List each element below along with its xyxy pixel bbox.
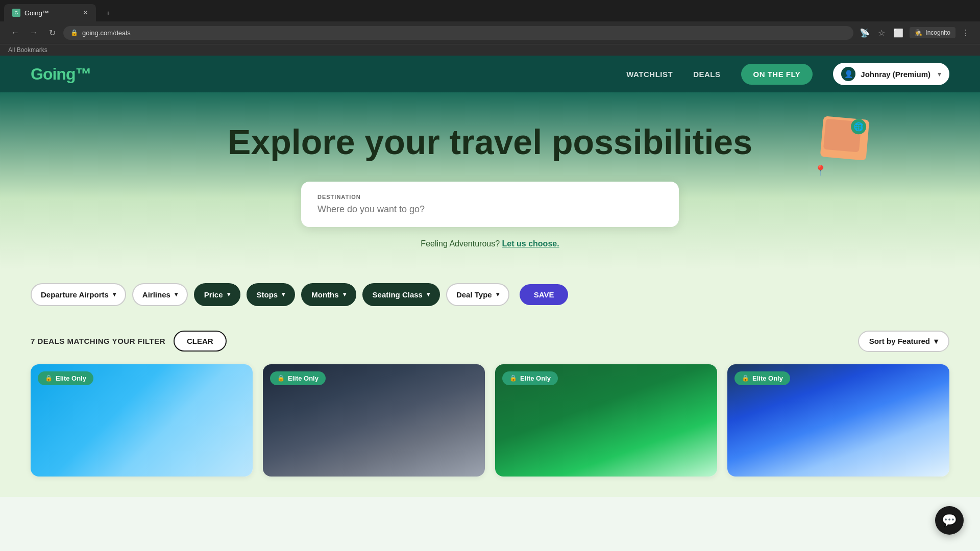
nav-user-menu[interactable]: 👤 Johnray (Premium) ▾ [833, 63, 949, 85]
price-filter[interactable]: Price ▾ [194, 283, 240, 306]
tab-title: Going™ [24, 9, 49, 17]
forward-button[interactable]: → [27, 26, 41, 40]
browser-tabs: G Going™ × + [0, 0, 980, 21]
clear-filters-button[interactable]: CLEAR [174, 331, 227, 352]
elite-badge-1: 🔒 Elite Only [38, 371, 93, 385]
new-tab-button[interactable]: + [98, 5, 118, 21]
bookmark-button[interactable]: ☆ [876, 26, 887, 40]
lock-icon-4: 🔒 [742, 374, 749, 382]
nav-logo: Going™ [31, 65, 91, 84]
deal-card-2[interactable]: 🔒 Elite Only [263, 364, 485, 477]
hero-section: 🌐 📍 Explore your travel possibilities DE… [0, 92, 980, 269]
deal-type-filter[interactable]: Deal Type ▾ [446, 283, 509, 306]
airlines-chevron: ▾ [175, 291, 178, 298]
lock-icon-2: 🔒 [277, 374, 285, 382]
app: Going™ WATCHLIST DEALS ON THE FLY 👤 John… [0, 56, 980, 497]
results-section: 7 DEALS MATCHING YOUR FILTER CLEAR Sort … [0, 320, 980, 497]
deal-card-4[interactable]: 🔒 Elite Only [727, 364, 949, 477]
sort-chevron: ▾ [934, 337, 938, 346]
lock-icon-3: 🔒 [509, 374, 517, 382]
search-box: DESTINATION [301, 182, 679, 227]
refresh-button[interactable]: ↻ [45, 26, 59, 40]
stops-filter[interactable]: Stops ▾ [247, 283, 296, 306]
sort-button[interactable]: Sort by Featured ▾ [858, 331, 949, 352]
close-tab-button[interactable]: × [83, 8, 88, 17]
price-chevron: ▾ [227, 291, 230, 298]
profile-button[interactable]: ⬜ [891, 26, 905, 40]
results-header: 7 DEALS MATCHING YOUR FILTER CLEAR Sort … [31, 331, 949, 352]
nav: Going™ WATCHLIST DEALS ON THE FLY 👤 John… [0, 56, 980, 92]
save-filters-button[interactable]: SAVE [520, 284, 569, 305]
deal-type-chevron: ▾ [496, 291, 499, 298]
adventure-text: Feeling Adventurous? Let us choose. [31, 239, 949, 248]
lock-icon-1: 🔒 [45, 374, 53, 382]
map-illustration: 🌐 📍 [806, 113, 868, 179]
months-chevron: ▾ [343, 291, 346, 298]
user-avatar: 👤 [841, 67, 855, 81]
elite-badge-2: 🔒 Elite Only [270, 371, 326, 385]
user-name: Johnray (Premium) [861, 70, 930, 79]
chat-button[interactable]: 💬 [935, 506, 964, 535]
deals-grid: 🔒 Elite Only 🔒 Elite Only 🔒 Elite Only [31, 364, 949, 477]
bookmarks-label: All Bookmarks [8, 46, 47, 54]
address-bar[interactable]: 🔒 going.com/deals [63, 26, 853, 40]
browser-chrome: G Going™ × + ← → ↻ 🔒 going.com/deals 📡 ☆… [0, 0, 980, 56]
more-options-button[interactable]: ⋮ [960, 26, 972, 40]
let-us-choose-link[interactable]: Let us choose. [502, 239, 559, 248]
departure-airports-filter[interactable]: Departure Airports ▾ [31, 283, 126, 306]
back-button[interactable]: ← [8, 26, 22, 40]
map-card: 🌐 [820, 116, 870, 161]
incognito-badge: 🕵 Incognito [910, 27, 955, 38]
search-label: DESTINATION [317, 194, 663, 200]
nav-deals[interactable]: DEALS [693, 70, 720, 79]
active-tab[interactable]: G Going™ × [4, 4, 96, 21]
nav-watchlist[interactable]: WATCHLIST [626, 70, 673, 79]
sort-label: Sort by Featured [869, 337, 930, 345]
deal-card-1[interactable]: 🔒 Elite Only [31, 364, 253, 477]
deal-card-3[interactable]: 🔒 Elite Only [495, 364, 717, 477]
ssl-lock-icon: 🔒 [70, 29, 78, 36]
stops-chevron: ▾ [282, 291, 285, 298]
browser-controls: ← → ↻ 🔒 going.com/deals 📡 ☆ ⬜ 🕵 Incognit… [0, 21, 980, 44]
departure-airports-chevron: ▾ [113, 291, 116, 298]
months-filter[interactable]: Months ▾ [301, 283, 356, 306]
map-pin-icon: 📍 [814, 164, 827, 177]
nav-links: WATCHLIST DEALS ON THE FLY [626, 64, 813, 85]
results-count: 7 DEALS MATCHING YOUR FILTER [31, 337, 165, 345]
seating-class-filter[interactable]: Seating Class ▾ [362, 283, 440, 306]
elite-badge-3: 🔒 Elite Only [502, 371, 558, 385]
elite-badge-4: 🔒 Elite Only [734, 371, 790, 385]
bookmarks-bar: All Bookmarks [0, 44, 980, 56]
cast-button[interactable]: 📡 [857, 26, 872, 40]
destination-input[interactable] [317, 204, 663, 215]
chat-icon: 💬 [942, 513, 957, 528]
airlines-filter[interactable]: Airlines ▾ [132, 283, 188, 306]
nav-on-the-fly[interactable]: ON THE FLY [741, 64, 813, 85]
browser-actions: 📡 ☆ ⬜ 🕵 Incognito ⋮ [857, 26, 972, 40]
url-text: going.com/deals [82, 29, 131, 37]
new-tab-icon: + [106, 9, 110, 17]
tab-favicon: G [12, 9, 20, 17]
user-menu-chevron: ▾ [938, 70, 941, 78]
seating-class-chevron: ▾ [427, 291, 430, 298]
filters-bar: Departure Airports ▾ Airlines ▾ Price ▾ … [0, 269, 980, 320]
